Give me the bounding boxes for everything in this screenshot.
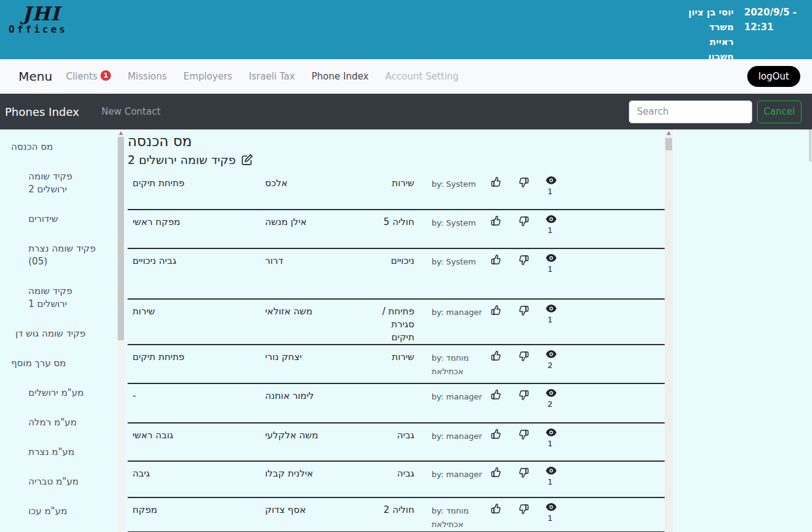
- nav-item-label: Employers: [184, 71, 232, 82]
- sidebar-item[interactable]: מע"מ עכו: [0, 505, 117, 518]
- nav-item[interactable]: Clients1: [66, 71, 111, 83]
- created-by: by: System: [432, 249, 490, 269]
- nav-item[interactable]: Israeli Tax: [249, 71, 295, 82]
- content-scrollbar[interactable]: ▲: [665, 129, 673, 532]
- clients-count-badge: 1: [100, 70, 111, 81]
- page-scrollbar-thumb[interactable]: [809, 129, 811, 162]
- views-count: 1: [547, 315, 665, 324]
- contact-name: אילן מנשה: [265, 210, 376, 229]
- section-subtitle-row: פקיד שומה ירושלים 2: [128, 150, 665, 169]
- thumbs-up-button[interactable]: [490, 384, 518, 401]
- menu-toggle[interactable]: Menu: [18, 69, 52, 84]
- created-by: by: System: [432, 210, 490, 230]
- nav-item-label: Israeli Tax: [249, 71, 295, 82]
- app-logo[interactable]: JHI Offices: [9, 2, 67, 35]
- by-value: manager: [446, 392, 482, 401]
- thumbs-up-button[interactable]: [490, 345, 518, 362]
- thumbs-up-button[interactable]: [490, 210, 518, 227]
- section-subtitle: פקיד שומה ירושלים 2: [128, 150, 236, 169]
- by-prefix: by:: [432, 257, 443, 266]
- nav-item-label: Missions: [128, 71, 166, 82]
- user-info-line: יוסי בן ציון: [675, 5, 734, 20]
- section-title: מס הכנסה: [128, 129, 665, 150]
- user-info-line: ראיית: [675, 35, 734, 49]
- thumbs-down-button[interactable]: [518, 249, 546, 266]
- by-prefix: by:: [432, 308, 443, 317]
- sidebar-item[interactable]: פקיד שומה ירושלים 1: [0, 285, 117, 311]
- nav-item[interactable]: Employers: [184, 71, 232, 82]
- eye-icon: [546, 254, 665, 262]
- thumbs-down-button[interactable]: [518, 300, 546, 316]
- nav-item[interactable]: Phone Index: [311, 71, 369, 82]
- views-counter: 1: [546, 210, 665, 235]
- nav-item[interactable]: Missions: [128, 71, 166, 82]
- logout-button[interactable]: logOut: [747, 66, 800, 87]
- contact-name: יצחק נורי: [265, 345, 376, 364]
- thumbs-down-button[interactable]: [518, 498, 546, 515]
- nav-item[interactable]: Account Setting: [385, 71, 459, 82]
- by-value: System: [446, 257, 476, 266]
- scroll-up-icon[interactable]: ▲: [117, 130, 125, 136]
- datetime-display: 2020/9/5 - 12:31: [744, 5, 803, 35]
- content-scrollbar-thumb[interactable]: [665, 138, 672, 150]
- new-contact-link[interactable]: New Contact: [101, 106, 160, 117]
- views-count: 1: [547, 264, 665, 274]
- contact-name: משה אזולאי: [265, 300, 376, 318]
- main-nav: Clients1 Missions Employers Israeli Tax …: [66, 71, 475, 83]
- sidebar-item[interactable]: פקיד שומה גוש דן: [0, 327, 117, 340]
- sidebar-item[interactable]: מע"מ ירושלים: [0, 387, 117, 399]
- sidebar-item[interactable]: מע"מ רמלה: [0, 416, 117, 429]
- created-by: by: מוחמד אכתילאת: [432, 345, 490, 379]
- contact-row: גיבה אילנית קבלו גביה by: manager: [128, 462, 665, 498]
- contact-row: - לימור אוחנה by: manager: [128, 384, 665, 424]
- views-count: 1: [547, 226, 665, 235]
- eye-icon: [546, 503, 665, 511]
- contact-department: גביה: [376, 462, 414, 480]
- contact-row: פתיחת תיקים יצחק נורי שירות by: מוחמד אכ…: [128, 345, 665, 384]
- contact-department: שירות: [376, 345, 414, 364]
- sidebar-item[interactable]: פקיד שומה ירושלים 2: [0, 170, 117, 196]
- sidebar-item[interactable]: פקיד שומה נצרת (05): [0, 242, 117, 268]
- created-by: by: מוחמד אכתילאת: [432, 498, 490, 531]
- cancel-button[interactable]: Cancel: [757, 100, 802, 123]
- contact-role: מפקח: [133, 498, 265, 517]
- sidebar-item[interactable]: מס הכנסה: [0, 141, 117, 153]
- nav-item-label: Phone Index: [311, 71, 369, 82]
- thumbs-up-button[interactable]: [490, 498, 518, 515]
- thumbs-up-button[interactable]: [490, 249, 518, 266]
- sidebar-scrollbar-thumb[interactable]: [118, 137, 124, 340]
- scroll-up-icon[interactable]: ▲: [665, 130, 673, 136]
- thumbs-down-button[interactable]: [518, 424, 546, 440]
- by-prefix: by:: [432, 470, 443, 479]
- eye-icon: [546, 305, 665, 313]
- edit-icon[interactable]: [241, 153, 253, 166]
- page-scrollbar[interactable]: [808, 129, 812, 532]
- thumbs-down-button[interactable]: [518, 171, 546, 188]
- sidebar-item[interactable]: מע"מ טבריה: [0, 475, 117, 488]
- created-by: by: manager: [432, 384, 490, 404]
- views-counter: 1: [546, 300, 665, 324]
- sidebar-item[interactable]: מע"מ נצרת: [0, 446, 117, 459]
- by-value: System: [446, 179, 476, 189]
- user-office-info: יוסי בן ציוןמשרדראייתחשבון: [675, 5, 734, 64]
- contact-name: אלכס: [265, 171, 376, 190]
- views-count: 1: [547, 477, 665, 486]
- sidebar-item[interactable]: שידורים: [0, 213, 117, 226]
- views-counter: 1: [546, 462, 665, 486]
- thumbs-up-button[interactable]: [490, 300, 518, 316]
- thumbs-up-button[interactable]: [490, 462, 518, 478]
- sidebar-item[interactable]: מס ערך מוסף: [0, 357, 117, 370]
- thumbs-up-button[interactable]: [490, 171, 518, 188]
- search-input[interactable]: [629, 100, 752, 123]
- thumbs-down-button[interactable]: [518, 462, 546, 478]
- views-counter: 1: [546, 498, 665, 523]
- thumbs-down-button[interactable]: [518, 345, 546, 362]
- thumbs-down-button[interactable]: [518, 210, 546, 227]
- views-counter: 1: [546, 171, 665, 196]
- contact-name: אילנית קבלו: [265, 462, 376, 480]
- date-text: 2020/9/5 -: [744, 5, 803, 20]
- sidebar-scrollbar[interactable]: ▲: [117, 129, 125, 532]
- thumbs-up-button[interactable]: [490, 424, 518, 440]
- thumbs-down-button[interactable]: [518, 384, 546, 401]
- views-count: 2: [547, 361, 665, 370]
